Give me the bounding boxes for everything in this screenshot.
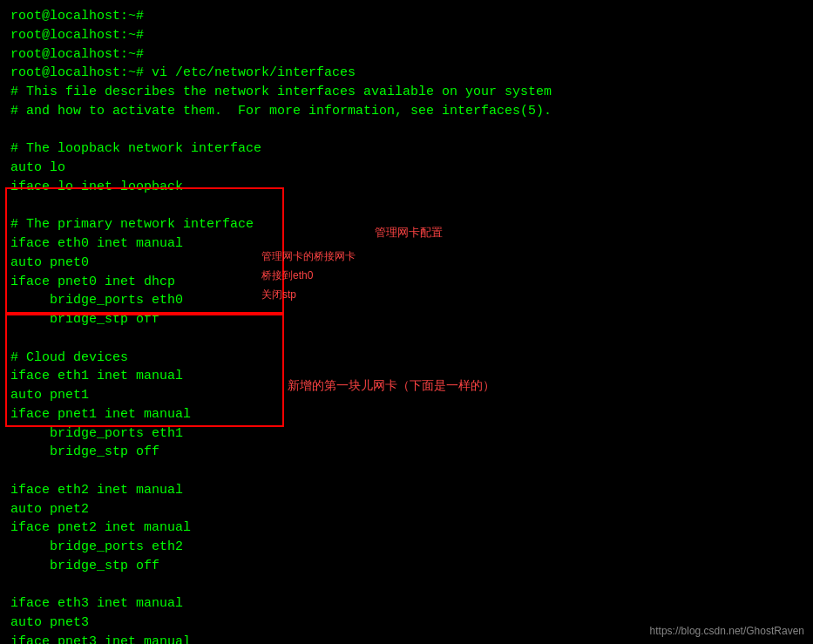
terminal-line: # Cloud devices bbox=[10, 349, 803, 368]
terminal-line: bridge_ports eth1 bbox=[10, 424, 803, 444]
box1-main-label: 管理网卡配置 bbox=[375, 225, 443, 241]
terminal-line bbox=[10, 121, 803, 140]
terminal-line: iface pnet0 inet dhcp bbox=[10, 273, 803, 292]
terminal-window: root@localhost:~# root@localhost:~# root… bbox=[0, 0, 813, 644]
terminal-line: iface eth3 inet manual bbox=[10, 594, 803, 613]
terminal-line: root@localhost:~# bbox=[10, 45, 803, 64]
terminal-line: bridge_ports eth2 bbox=[10, 538, 803, 557]
terminal-line: bridge_stp off bbox=[10, 310, 803, 329]
terminal-line: # This file describes the network interf… bbox=[10, 83, 803, 102]
terminal-line: bridge_ports eth0 bbox=[10, 291, 803, 310]
terminal-line: auto pnet2 bbox=[10, 500, 803, 519]
terminal-line bbox=[10, 462, 803, 481]
terminal-line: root@localhost:~# vi /etc/network/interf… bbox=[10, 64, 803, 83]
watermark: https://blog.csdn.net/GhostRaven bbox=[650, 625, 804, 637]
terminal-line bbox=[10, 576, 803, 595]
terminal-line bbox=[10, 329, 803, 349]
terminal-line: iface pnet2 inet manual bbox=[10, 519, 803, 538]
box1-sub2: 桥接到eth0 bbox=[261, 268, 313, 283]
terminal-line: # and how to activate them. For more inf… bbox=[10, 102, 803, 121]
terminal-line: # The loopback network interface bbox=[10, 139, 803, 159]
terminal-line: root@localhost:~# bbox=[10, 7, 803, 26]
terminal-line: iface eth2 inet manual bbox=[10, 481, 803, 500]
terminal-line: iface pnet1 inet manual bbox=[10, 405, 803, 424]
box1-sub1: 管理网卡的桥接网卡 bbox=[261, 249, 356, 264]
terminal-line: iface lo inet loopback bbox=[10, 178, 803, 197]
terminal-line: auto lo bbox=[10, 159, 803, 178]
terminal-line: bridge_stp off bbox=[10, 443, 803, 462]
box1-sub3: 关闭stp bbox=[261, 288, 296, 302]
terminal-line: auto pnet0 bbox=[10, 254, 803, 273]
terminal-line bbox=[10, 197, 803, 216]
terminal-line: bridge_stp off bbox=[10, 557, 803, 576]
terminal-line: root@localhost:~# bbox=[10, 26, 803, 45]
box2-main-label: 新增的第一块儿网卡（下面是一样的） bbox=[288, 376, 495, 394]
